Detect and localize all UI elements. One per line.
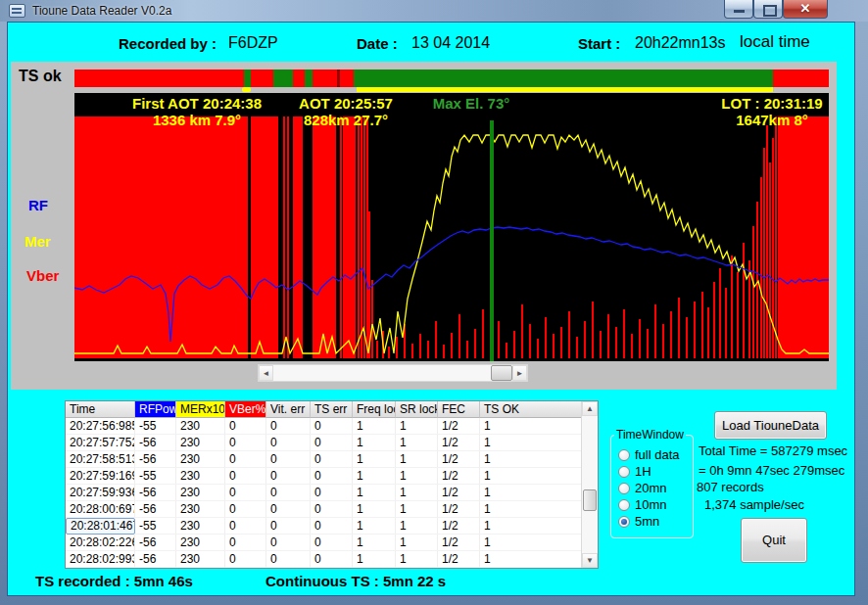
radio-option-10mn[interactable]: 10mn	[618, 497, 667, 512]
table-cell[interactable]: 1	[480, 418, 583, 435]
table-cell[interactable]: 1	[480, 451, 583, 468]
scroll-left-arrow[interactable]: ◄	[259, 365, 273, 381]
table-cell[interactable]: 20:27:59:936	[66, 485, 135, 501]
radio-option-20mn[interactable]: 20mn	[618, 481, 667, 495]
table-cell[interactable]: 0	[311, 551, 353, 568]
table-row[interactable]: 20:28:01:467-55230000111/21	[66, 518, 598, 535]
table-cell[interactable]: 230	[176, 451, 225, 468]
quit-button[interactable]: Quit	[741, 518, 807, 563]
table-cell[interactable]: 0	[311, 451, 353, 468]
table-cell[interactable]: 230	[176, 435, 225, 451]
table-cell[interactable]: 0	[311, 518, 353, 535]
table-cell[interactable]: -55	[135, 518, 176, 535]
table-cell[interactable]: 1	[353, 468, 396, 485]
table-cell[interactable]: 1/2	[438, 485, 480, 501]
column-header-vit-err[interactable]: Vit. err	[266, 401, 311, 418]
table-cell[interactable]: -56	[135, 535, 176, 551]
table-cell[interactable]: 1	[353, 518, 396, 535]
radio-option-1H[interactable]: 1H	[618, 464, 651, 479]
table-body[interactable]: 20:27:56:985-55230000111/2120:27:57:752-…	[66, 418, 598, 568]
table-cell[interactable]: 1/2	[438, 501, 480, 518]
radio-option-5mn[interactable]: 5mn	[618, 514, 659, 529]
table-cell[interactable]: 20:27:58:513	[66, 451, 135, 468]
table-row[interactable]: 20:27:57:752-56230000111/21	[66, 435, 598, 451]
table-cell[interactable]: 20:27:56:985	[66, 418, 135, 435]
table-cell[interactable]: 1	[353, 435, 396, 451]
table-cell[interactable]: 0	[266, 418, 311, 435]
table-cell[interactable]: 1	[480, 468, 583, 485]
column-header-time[interactable]: Time	[66, 401, 135, 418]
table-cell[interactable]: 1	[396, 535, 438, 551]
table-cell[interactable]: 1	[353, 535, 396, 551]
table-cell[interactable]: 0	[225, 468, 266, 485]
load-tiounedata-button[interactable]: Load TiouneData	[714, 411, 827, 440]
table-cell[interactable]: 1/2	[438, 435, 480, 451]
table-cell[interactable]: 0	[266, 451, 311, 468]
column-header-merx10[interactable]: MERx10	[176, 401, 225, 418]
table-cell[interactable]: 1	[480, 485, 583, 501]
scroll-down-arrow[interactable]: ▼	[582, 553, 598, 568]
radio-button[interactable]	[618, 483, 630, 494]
table-cell[interactable]: 0	[266, 535, 311, 551]
radio-button[interactable]	[618, 499, 630, 511]
table-cell[interactable]: 0	[225, 551, 266, 568]
table-cell[interactable]: 1	[480, 501, 583, 518]
data-table[interactable]: TimeRFPowerMERx10VBer%Vit. errTS errFreq…	[65, 400, 599, 569]
table-cell[interactable]: 0	[311, 418, 353, 435]
table-cell[interactable]: 230	[176, 551, 225, 568]
table-cell[interactable]: 1/2	[438, 535, 480, 551]
minimize-button[interactable]	[724, 0, 753, 19]
table-cell[interactable]: 0	[311, 501, 353, 518]
table-row[interactable]: 20:28:02:993-56230000111/21	[66, 551, 598, 568]
table-cell[interactable]: 0	[266, 468, 311, 485]
table-cell[interactable]: -55	[135, 418, 176, 435]
table-cell[interactable]: -56	[135, 501, 176, 518]
table-cell[interactable]: 1	[396, 418, 438, 435]
table-cell[interactable]: 1/2	[438, 518, 480, 535]
table-cell[interactable]: -56	[135, 451, 176, 468]
table-cell[interactable]: 0	[311, 485, 353, 501]
table-cell[interactable]: 1/2	[438, 451, 480, 468]
table-cell[interactable]: 0	[311, 535, 353, 551]
table-cell[interactable]: 0	[266, 501, 311, 518]
table-cell[interactable]: 1	[480, 535, 583, 551]
table-cell[interactable]: 1/2	[438, 468, 480, 485]
table-cell[interactable]: 20:28:00:697	[66, 501, 135, 518]
table-cell[interactable]: 1	[480, 551, 583, 568]
table-cell[interactable]: 1	[353, 485, 396, 501]
table-cell[interactable]: -56	[135, 485, 176, 501]
table-cell[interactable]: 0	[266, 551, 311, 568]
table-cell[interactable]: -56	[135, 435, 176, 451]
table-cell[interactable]: 1	[396, 501, 438, 518]
table-cell[interactable]: 0	[225, 535, 266, 551]
table-cell[interactable]: 1/2	[438, 418, 480, 435]
table-cell[interactable]: 0	[225, 518, 266, 535]
table-cell[interactable]: 20:28:02:226	[66, 535, 135, 551]
table-cell[interactable]: 230	[176, 518, 225, 535]
scrollbar-track[interactable]	[273, 365, 512, 381]
scroll-right-arrow[interactable]: ►	[512, 365, 527, 381]
table-cell[interactable]: 1/2	[438, 551, 480, 568]
table-cell[interactable]: 230	[176, 418, 225, 435]
table-cell[interactable]: 1	[353, 451, 396, 468]
table-cell[interactable]: 0	[266, 518, 311, 535]
maximize-button[interactable]	[753, 0, 783, 19]
title-bar[interactable]: Tioune Data Reader V0.2a	[0, 0, 868, 22]
table-cell[interactable]: 1	[353, 418, 396, 435]
table-cell[interactable]: 0	[225, 418, 266, 435]
table-cell[interactable]: 230	[176, 485, 225, 501]
table-row[interactable]: 20:28:00:697-56230000111/21	[66, 501, 598, 518]
table-row[interactable]: 20:27:59:169-55230000111/21	[66, 468, 598, 485]
table-cell[interactable]: 0	[311, 468, 353, 485]
table-cell[interactable]: 0	[266, 435, 311, 451]
table-cell[interactable]: 20:27:59:169	[66, 468, 135, 485]
table-cell[interactable]: 0	[225, 485, 266, 501]
column-header-fec[interactable]: FEC	[438, 401, 480, 418]
table-cell[interactable]: 0	[225, 501, 266, 518]
radio-button[interactable]	[618, 466, 630, 478]
table-cell[interactable]: 1	[396, 551, 438, 568]
table-cell[interactable]: 1	[396, 451, 438, 468]
table-cell[interactable]: 1	[353, 501, 396, 518]
scrollbar-thumb[interactable]	[583, 489, 597, 511]
table-cell[interactable]: 0	[225, 435, 266, 451]
